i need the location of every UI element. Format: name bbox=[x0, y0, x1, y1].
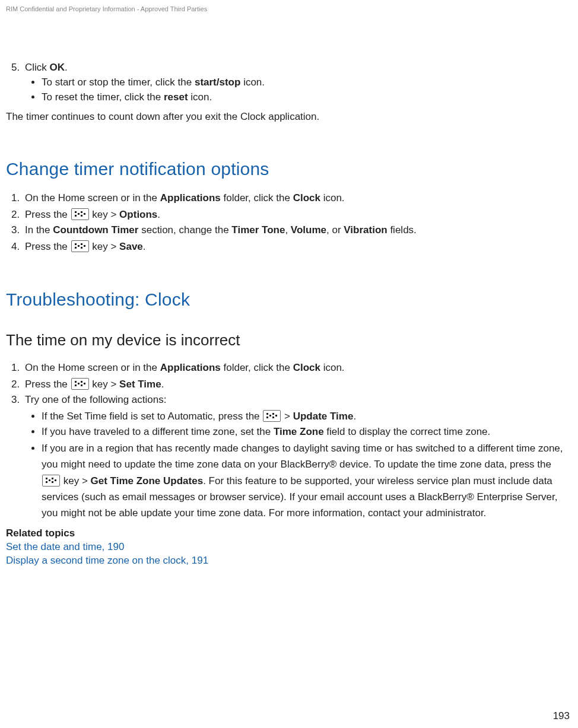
trouble-s1-mid: folder, click the bbox=[221, 362, 293, 373]
change-s3-mid3: , or bbox=[326, 224, 344, 236]
trouble-s1-b1: Applications bbox=[160, 362, 221, 373]
trouble-b2-post: field to display the correct time zone. bbox=[324, 426, 491, 437]
step-5: Click OK. bbox=[23, 61, 569, 75]
heading-troubleshooting: Troubleshooting: Clock bbox=[6, 288, 569, 312]
trouble-s1-pre: On the Home screen or in the bbox=[25, 362, 160, 373]
change-s4-b: Save bbox=[119, 241, 143, 252]
intro-para: The timer continues to count down after … bbox=[6, 110, 569, 124]
change-s1-pre: On the Home screen or in the bbox=[25, 192, 160, 204]
confidential-header: RIM Confidential and Proprietary Informa… bbox=[6, 5, 572, 14]
trouble-b3-mid: key > bbox=[61, 475, 91, 487]
change-s1-b1: Applications bbox=[160, 192, 221, 204]
trouble-b1-b: Update Time bbox=[293, 411, 354, 422]
change-s3-post: fields. bbox=[388, 224, 417, 236]
trouble-b1-post: . bbox=[353, 411, 356, 422]
intro-b1-pre: To start or stop the timer, click the bbox=[42, 77, 195, 88]
change-s3-pre: In the bbox=[25, 224, 53, 236]
trouble-s2-mid: key > bbox=[90, 379, 120, 390]
subheading-time-incorrect: The time on my device is incorrect bbox=[6, 330, 569, 351]
change-s2-pre: Press the bbox=[25, 209, 71, 220]
step5-post: . bbox=[65, 62, 68, 73]
trouble-step-1: On the Home screen or in the Application… bbox=[23, 361, 569, 375]
trouble-steps: On the Home screen or in the Application… bbox=[6, 361, 569, 407]
blackberry-key-icon bbox=[263, 410, 281, 422]
change-s3-mid2: , bbox=[285, 224, 290, 236]
blackberry-key-icon bbox=[71, 378, 89, 390]
trouble-b2-b: Time Zone bbox=[274, 426, 324, 437]
intro-bullet-1: To start or stop the timer, click the st… bbox=[42, 76, 569, 90]
trouble-s2-post: . bbox=[161, 379, 164, 390]
intro-ordered-list: Click OK. bbox=[6, 61, 569, 75]
trouble-s1-post: icon. bbox=[320, 362, 345, 373]
related-link-set-date-time[interactable]: Set the date and time, 190 bbox=[6, 541, 569, 554]
trouble-b1-pre: If the Set Time field is set to Automati… bbox=[42, 411, 262, 422]
change-step-3: In the Countdown Timer section, change t… bbox=[23, 224, 569, 237]
blackberry-key-icon bbox=[71, 240, 89, 252]
trouble-s1-b2: Clock bbox=[293, 362, 320, 373]
change-s2-post: . bbox=[157, 209, 160, 220]
trouble-s2-pre: Press the bbox=[25, 379, 71, 390]
trouble-bullets: If the Set Time field is set to Automati… bbox=[6, 408, 569, 521]
change-s2-b: Options bbox=[119, 209, 157, 220]
blackberry-key-icon bbox=[42, 475, 60, 487]
change-s4-pre: Press the bbox=[25, 241, 71, 252]
trouble-bullet-3: If you are in a region that has recently… bbox=[42, 440, 569, 521]
change-s3-b1: Countdown Timer bbox=[53, 224, 138, 236]
intro-bullet-2: To reset the timer, click the reset icon… bbox=[42, 91, 569, 104]
change-s4-mid: key > bbox=[90, 241, 120, 252]
trouble-b3-b: Get Time Zone Updates bbox=[91, 475, 204, 487]
intro-b1-bold: start/stop bbox=[195, 77, 240, 88]
intro-b2-pre: To reset the timer, click the bbox=[42, 91, 164, 103]
change-s3-b3: Volume bbox=[291, 224, 326, 236]
trouble-s2-b: Set Time bbox=[119, 379, 161, 390]
intro-b2-post: icon. bbox=[188, 91, 212, 103]
intro-b2-bold: reset bbox=[164, 91, 188, 103]
trouble-b3-pre: If you are in a region that has recently… bbox=[42, 443, 563, 470]
change-s4-post: . bbox=[143, 241, 146, 252]
step5-pre: Click bbox=[25, 62, 50, 73]
heading-change-timer: Change timer notification options bbox=[6, 157, 569, 182]
trouble-bullet-1: If the Set Time field is set to Automati… bbox=[42, 408, 569, 424]
intro-bullets: To start or stop the timer, click the st… bbox=[6, 76, 569, 104]
trouble-step-3: Try one of the following actions: bbox=[23, 393, 569, 407]
change-s3-b2: Timer Tone bbox=[231, 224, 285, 236]
change-s1-b2: Clock bbox=[293, 192, 320, 204]
trouble-b1-mid: > bbox=[281, 411, 293, 422]
trouble-b2-pre: If you have traveled to a different time… bbox=[42, 426, 274, 437]
trouble-bullet-2: If you have traveled to a different time… bbox=[42, 425, 569, 439]
change-steps: On the Home screen or in the Application… bbox=[6, 192, 569, 255]
change-s3-mid1: section, change the bbox=[138, 224, 231, 236]
related-link-second-time-zone[interactable]: Display a second time zone on the clock,… bbox=[6, 554, 569, 568]
page-content: Click OK. To start or stop the timer, cl… bbox=[6, 61, 572, 568]
change-s3-b4: Vibration bbox=[344, 224, 387, 236]
change-step-4: Press the key > Save. bbox=[23, 239, 569, 255]
intro-b1-post: icon. bbox=[240, 77, 265, 88]
change-s2-mid: key > bbox=[90, 209, 120, 220]
page-number: 193 bbox=[553, 710, 570, 723]
step5-bold: OK bbox=[50, 62, 65, 73]
related-topics-heading: Related topics bbox=[6, 527, 569, 541]
change-s1-post: icon. bbox=[320, 192, 345, 204]
change-step-2: Press the key > Options. bbox=[23, 206, 569, 222]
trouble-step-2: Press the key > Set Time. bbox=[23, 376, 569, 392]
change-step-1: On the Home screen or in the Application… bbox=[23, 192, 569, 205]
change-s1-mid: folder, click the bbox=[221, 192, 293, 204]
document-page: RIM Confidential and Proprietary Informa… bbox=[0, 0, 578, 728]
blackberry-key-icon bbox=[71, 208, 89, 220]
